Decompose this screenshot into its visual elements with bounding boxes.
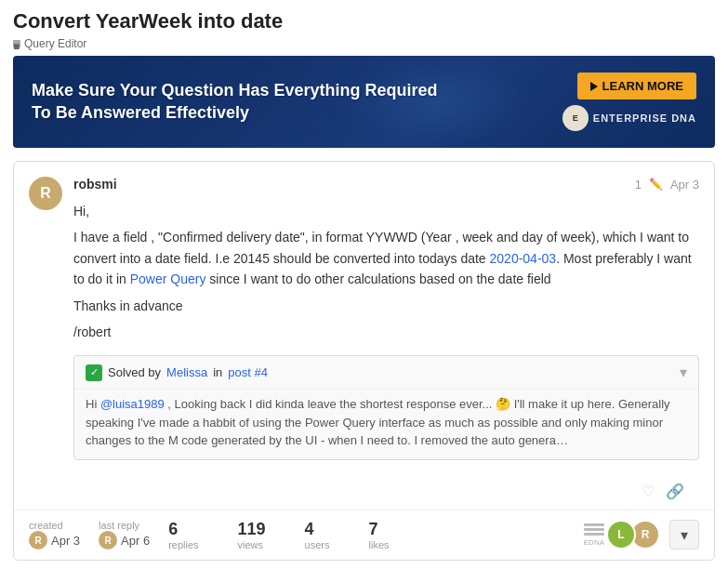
share-icon[interactable]: 🔗 [666, 483, 684, 500]
enterprise-label: ENTERPRISE DNA [593, 112, 696, 124]
play-icon [590, 82, 598, 91]
views-value: 119 [238, 520, 266, 539]
reply-date: Apr 6 [121, 534, 150, 548]
post-header: robsmi 1 ✏️ Apr 3 [73, 177, 699, 192]
created-user-row: R Apr 3 [29, 531, 80, 549]
solved-badge: ✓ Solved by Melissa in post #4 [86, 364, 268, 381]
post-content: robsmi 1 ✏️ Apr 3 Hi, I have a field , "… [73, 177, 699, 509]
post-footer: created R Apr 3 last reply R Apr 6 6 rep… [14, 509, 714, 560]
edit-number: 1 [635, 178, 642, 192]
promo-banner: Make Sure Your Question Has Everything R… [13, 56, 715, 148]
stat-users: 4 users [305, 520, 330, 550]
enterprise-logo: E [563, 105, 589, 131]
post-username[interactable]: robsmi [73, 177, 117, 192]
banner-right: LEARN MORE E ENTERPRISE DNA [563, 73, 696, 131]
footer-created: created R Apr 3 [29, 520, 80, 549]
solved-box: ✓ Solved by Melissa in post #4 ▾ Hi @lui… [73, 355, 699, 460]
enterprise-brand: E ENTERPRISE DNA [563, 105, 696, 131]
likes-value: 7 [369, 520, 378, 539]
learn-more-button[interactable]: LEARN MORE [577, 73, 696, 99]
created-avatar: R [29, 531, 47, 549]
post-actions: ♡ 🔗 [73, 473, 699, 509]
solved-body: Hi @luisa1989 , Looking back I did kinda… [74, 389, 698, 459]
created-date: Apr 3 [51, 534, 80, 548]
views-label: views [238, 539, 264, 550]
stat-replies: 6 replies [168, 520, 198, 550]
avatar: R [29, 177, 62, 210]
reply-label: last reply [99, 520, 139, 531]
post-body: Hi, I have a field , "Confirmed delivery… [73, 201, 699, 342]
user-avatars-group: EDNA L R ▾ [584, 520, 699, 549]
mention: @luisa1989 [100, 397, 165, 411]
post-meta: 1 ✏️ Apr 3 [635, 178, 699, 192]
reply-avatar: R [99, 531, 117, 549]
post-line-3: Thanks in advance [73, 296, 699, 316]
solved-in: in [213, 365, 222, 379]
solved-post-link[interactable]: post #4 [228, 365, 268, 379]
solved-check-icon: ✓ [86, 364, 102, 381]
solved-author-link[interactable]: Melissa [166, 365, 207, 379]
replies-value: 6 [168, 520, 178, 539]
post-line-2: I have a field , "Confirmed delivery dat… [73, 227, 699, 289]
post-card: R robsmi 1 ✏️ Apr 3 Hi, I have a field ,… [13, 161, 715, 561]
solved-collapse-icon[interactable]: ▾ [680, 364, 687, 381]
like-icon[interactable]: ♡ [642, 483, 655, 500]
highlight-pq: Power Query [130, 271, 206, 286]
stat-likes: 7 likes [369, 520, 390, 550]
reply-user-row: R Apr 6 [99, 531, 150, 549]
post-line-4: /robert [73, 322, 699, 342]
likes-label: likes [369, 539, 390, 550]
banner-text: Make Sure Your Question Has Everything R… [32, 80, 441, 124]
post-wrapper: R robsmi 1 ✏️ Apr 3 Hi, I have a field ,… [14, 162, 714, 509]
users-value: 4 [305, 520, 314, 539]
solved-body-text: , Looking back I did kinda leave the sho… [86, 397, 670, 447]
breadcrumb-icon: ■ [13, 40, 20, 47]
users-label: users [305, 539, 330, 550]
breadcrumb-label: Query Editor [24, 37, 86, 50]
replies-label: replies [168, 539, 198, 550]
post-line-1: Hi, [73, 201, 699, 221]
post-date: Apr 3 [670, 178, 699, 192]
solved-header: ✓ Solved by Melissa in post #4 ▾ [74, 356, 698, 389]
solved-prefix: Solved by [108, 365, 161, 379]
breadcrumb: ■ Query Editor [0, 37, 728, 56]
learn-more-label: LEARN MORE [602, 79, 683, 93]
stat-views: 119 views [238, 520, 266, 550]
footer-last-reply: last reply R Apr 6 [99, 520, 150, 549]
highlight-date: 2020-04-03 [490, 251, 557, 266]
created-label: created [29, 520, 63, 531]
pencil-icon[interactable]: ✏️ [649, 178, 663, 191]
expand-button[interactable]: ▾ [669, 520, 699, 549]
page-title: Convert YearWeek into date [0, 0, 728, 37]
stats-row: 6 replies 119 views 4 users 7 likes [168, 520, 584, 550]
user-avatar-L[interactable]: L [606, 520, 636, 549]
